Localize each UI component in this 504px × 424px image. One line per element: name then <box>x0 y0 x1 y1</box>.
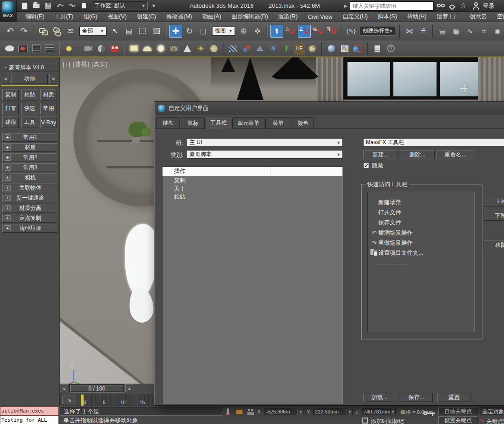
key-filter-scope-dropdown[interactable]: 选定对象 <box>480 407 504 415</box>
script-copy-button[interactable]: 复制 <box>2 89 19 100</box>
communication-center-icon[interactable] <box>448 1 458 11</box>
edit-named-selection-sets-icon[interactable]: {✎} <box>345 25 358 38</box>
tab-colors[interactable]: 颜色 <box>292 117 314 128</box>
isolate-selection-icon[interactable] <box>225 408 231 416</box>
angle-snap-toggle-icon[interactable]: ∠ <box>298 25 311 38</box>
viewport-label[interactable]: [+] [透视] [真实] <box>63 61 108 68</box>
expand-icon[interactable]: + <box>5 165 11 171</box>
expand-icon[interactable]: + <box>5 134 11 140</box>
script-panel-header[interactable]: - 豪哥脚本 V4.0 <box>2 63 57 72</box>
move-down-button[interactable]: 下移 <box>484 211 504 221</box>
group-dropdown[interactable]: 主 UI▼ <box>187 138 343 147</box>
menu-edit[interactable]: 编辑(E) <box>20 13 50 21</box>
selection-lock-icon[interactable] <box>247 408 254 415</box>
select-object-icon[interactable]: ↖ <box>109 25 122 38</box>
vray-dome-light-icon[interactable] <box>141 43 153 55</box>
toolbar-name-combo[interactable]: MassFX 工具栏 <box>363 138 504 147</box>
qa-item-open-file[interactable]: 打开文件 <box>368 208 474 217</box>
move-up-button[interactable]: 上移 <box>484 197 504 207</box>
rollout-camera[interactable]: +相机 <box>2 173 57 182</box>
material-editor-icon[interactable]: ◉ <box>491 25 504 38</box>
expand-icon[interactable]: + <box>5 205 11 211</box>
nav-prev-button[interactable]: < <box>2 74 10 84</box>
set-key-button[interactable]: 设置关键点 <box>438 416 478 424</box>
environment-settings-icon[interactable] <box>44 43 56 55</box>
vray-plane-light-icon[interactable] <box>128 43 140 55</box>
add-time-tag[interactable]: 添加时间标记 <box>371 418 404 424</box>
script-paste-button[interactable]: 粘贴 <box>21 89 38 100</box>
quick-access-list[interactable]: 新建场景 打开文件 保存文件 ↶撤消场景操作 ↷重做场景操作 设置项目文件夹..… <box>367 192 475 332</box>
login-button[interactable]: 登录 <box>483 2 494 10</box>
select-and-move-icon[interactable]: ✛ <box>169 25 182 38</box>
hair-fur-icon[interactable]: HF <box>294 43 305 55</box>
selected-chair-base[interactable] <box>128 286 154 323</box>
project-toggle-button[interactable] <box>79 1 89 11</box>
rollout-one-key-channel[interactable]: +新一键通道 <box>2 194 57 202</box>
x-coordinate-field[interactable]: -525.906m <box>264 408 298 415</box>
next-frame-button[interactable]: > <box>125 385 133 392</box>
dialog-title-bar[interactable]: 自定义用户界面 <box>155 102 504 115</box>
action-list-header[interactable]: 操作 <box>162 167 342 176</box>
sphere-material-icon[interactable] <box>325 43 337 55</box>
snap-3d-toggle-icon[interactable]: 3 <box>284 25 297 38</box>
tab-quads[interactable]: 四元菜单 <box>232 117 264 128</box>
camera-icon[interactable] <box>82 43 94 55</box>
percent-snap-toggle-icon[interactable]: % <box>312 25 325 38</box>
molecule-icon[interactable] <box>241 43 252 55</box>
material-override-icon[interactable] <box>339 43 351 55</box>
qa-item-separator[interactable]: ---------------- <box>368 259 474 268</box>
undo-button[interactable]: ↶▾ <box>55 1 65 11</box>
menu-rendream[interactable]: 渲梦工厂 <box>431 13 465 21</box>
script-list-icon[interactable] <box>371 43 383 55</box>
search-input[interactable] <box>350 1 434 11</box>
remove-button[interactable]: 移除 <box>484 240 504 250</box>
undo-scene-icon[interactable]: ↶ <box>4 25 17 38</box>
menu-customize[interactable]: 自定义(U) <box>337 13 373 21</box>
tab-mouse[interactable]: 鼠标 <box>181 117 205 128</box>
menu-rendering[interactable]: 渲染(R) <box>273 13 302 21</box>
script-vray-button[interactable]: V-Ray <box>40 117 57 128</box>
workspace-flyout-button[interactable]: ▼ <box>149 1 159 11</box>
named-selection-sets-dropdown[interactable]: 创建选择集 ▼ <box>360 27 395 36</box>
use-pivot-center-icon[interactable]: ⊕ <box>237 25 250 38</box>
qa-item-save-file[interactable]: 保存文件 <box>368 218 474 227</box>
grass-icon[interactable] <box>280 43 292 55</box>
action-item-about[interactable]: 关于 <box>162 185 342 193</box>
window-crossing-icon[interactable] <box>150 25 163 38</box>
time-slider-track[interactable]: 0 / 100 <box>69 384 124 393</box>
vray-sphere-light-icon[interactable] <box>155 43 167 55</box>
fur-ox-icon[interactable]: 0x <box>306 43 318 55</box>
nav-function-button[interactable]: 功能 <box>11 74 48 84</box>
delete-toolbar-button[interactable]: 删除... <box>400 151 435 159</box>
tab-keyboard[interactable]: 键盘 <box>156 117 180 128</box>
align-icon[interactable]: ≞ <box>417 25 430 38</box>
menu-creative-cloud[interactable]: 创意云 <box>465 13 492 21</box>
key-filters-button[interactable]: 关键点过 <box>487 418 504 424</box>
search-flyout-icon[interactable]: ▶ <box>344 4 347 8</box>
select-and-manipulate-icon[interactable]: ✜ <box>251 25 264 38</box>
stereo-camera-icon[interactable] <box>95 43 107 55</box>
menu-scripting[interactable]: 脚本(S) <box>373 13 402 21</box>
mirror-icon[interactable]: ⋈ <box>403 25 416 38</box>
select-and-rotate-icon[interactable]: ↻ <box>183 25 196 38</box>
rollout-common3[interactable]: +常用3 <box>2 163 57 172</box>
maxscript-listener-line2[interactable]: Testing for ALL <box>0 416 59 424</box>
script-material-button[interactable]: 材质 <box>40 89 57 100</box>
key-filters-curve-icon[interactable]: ∿ <box>480 417 485 424</box>
tab-menus[interactable]: 菜单 <box>265 117 291 128</box>
z-spinner[interactable]: ▼ <box>390 408 396 415</box>
select-and-scale-icon[interactable]: ◱ <box>197 25 210 38</box>
expand-icon[interactable]: + <box>5 185 11 191</box>
rectangular-selection-region-icon[interactable] <box>136 25 149 38</box>
offset-mode-icon[interactable] <box>236 409 243 414</box>
action-item-paste[interactable]: 粘贴 <box>162 193 342 201</box>
menu-tools[interactable]: 工具(T) <box>50 13 78 21</box>
redo-scene-icon[interactable]: ↷ <box>17 25 30 38</box>
workspace-dropdown[interactable]: 工作区: 默认 ▼ <box>92 1 148 10</box>
y-coordinate-field[interactable]: 222.52mm <box>313 408 347 415</box>
load-button[interactable]: 加载... <box>363 393 396 402</box>
collapse-icon[interactable]: - <box>5 64 6 71</box>
rollout-material-separate[interactable]: +材质分离 <box>2 204 57 212</box>
qa-item-redo[interactable]: ↷重做场景操作 <box>368 238 474 247</box>
rollout-clean-garbage[interactable]: +清理垃圾 <box>2 224 57 233</box>
